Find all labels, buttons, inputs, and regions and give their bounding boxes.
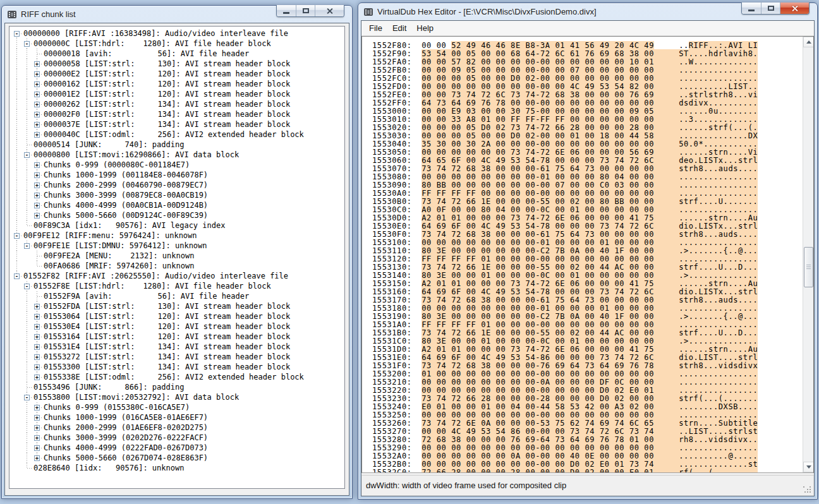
expand-plus-icon[interactable]: + (34, 364, 40, 370)
tree-row[interactable]: +00000058 [LIST:strl: 130]: AVI stream h… (12, 59, 343, 69)
maximize-button[interactable] (761, 3, 780, 14)
collapse-minus-icon[interactable]: - (24, 152, 30, 158)
collapse-minus-icon[interactable]: - (14, 31, 20, 37)
expand-plus-icon[interactable]: + (34, 334, 40, 340)
scroll-down-button[interactable] (803, 462, 814, 472)
collapse-minus-icon[interactable]: - (14, 273, 20, 279)
expand-plus-icon[interactable]: + (34, 162, 40, 168)
tree-row[interactable]: 00FA0686 [MRIF: 5974260]: unknown (12, 261, 343, 271)
tree-row[interactable]: +0000040C [LIST:odml: 256]: AVI2 extende… (12, 129, 343, 140)
resize-grip-icon[interactable] (803, 485, 811, 493)
tree-row[interactable]: +015531E4 [LIST:strl: 134]: AVI stream h… (12, 342, 343, 352)
collapse-minus-icon[interactable]: - (24, 395, 30, 400)
tree-row[interactable]: +0155338E [LIST:odml: 256]: AVI2 extende… (12, 372, 343, 382)
expand-plus-icon[interactable]: + (34, 71, 40, 77)
menu-help[interactable]: Help (411, 21, 439, 35)
right-titlebar[interactable]: VirtualDub Hex Editor - [E:\VCR\Misc\Div… (361, 3, 815, 20)
expand-plus-icon[interactable]: + (34, 425, 40, 431)
tree-row[interactable]: -01552F82 [RIFF:AVI :20625550]: Audio/vi… (12, 271, 343, 281)
expand-plus-icon[interactable]: + (34, 375, 40, 380)
minimize-button[interactable] (277, 5, 296, 16)
expand-plus-icon[interactable]: + (34, 61, 40, 67)
expand-plus-icon[interactable]: + (34, 415, 40, 421)
tree-row[interactable]: +000000E2 [LIST:strl: 120]: AVI stream h… (12, 69, 343, 79)
tree-row[interactable]: +000001E2 [LIST:strl: 120]: AVI stream h… (12, 89, 343, 99)
menu-edit[interactable]: Edit (387, 21, 411, 35)
scroll-up-button[interactable] (803, 37, 814, 47)
tree-row[interactable]: +Chunks 4000-4999 (0222FAD0-0267D073) (12, 443, 343, 453)
tree-row[interactable]: +Chunks 2000-2999 (00460790-00879EC7) (12, 180, 343, 190)
tree-row[interactable]: -0000000C [LIST:hdrl: 1280]: AVI file he… (12, 39, 343, 49)
expand-plus-icon[interactable]: + (34, 405, 40, 411)
tree-row[interactable]: 00F9FE2A [MENU: 2132]: unknown (12, 251, 343, 261)
tree-row[interactable]: +Chunks 1000-1999 (016CA5E8-01AE6EF7) (12, 412, 343, 423)
expand-plus-icon[interactable]: + (34, 203, 40, 208)
tree-row[interactable]: +00000162 [LIST:strl: 120]: AVI stream h… (12, 79, 343, 89)
vertical-scrollbar[interactable] (803, 37, 813, 472)
tree-row[interactable]: -00F9FE12 [RIFF:menu: 5976424]: unknown (12, 231, 343, 241)
expand-plus-icon[interactable]: + (34, 435, 40, 441)
expand-plus-icon[interactable]: + (34, 445, 40, 451)
tree-row[interactable]: +Chunks 5000-5660 (00D9124C-00F89C39) (12, 210, 343, 220)
tree-row[interactable]: 028E8640 [1idx: 90576]: unknown (12, 463, 343, 473)
tree-row[interactable]: +Chunks 5000-5660 (0267D074-028E863F) (12, 453, 343, 463)
scrollbar-thumb[interactable] (804, 247, 813, 287)
tree-row[interactable]: +Chunks 0-999 (0155380C-016CA5E7) (12, 402, 343, 412)
hex-row[interactable]: 15532C0: 72 66 28 00 00 00 28 00-00 00 D… (372, 469, 803, 472)
tree-row[interactable]: +01552FDA [LIST:strl: 130]: AVI stream h… (12, 301, 343, 311)
tree-row[interactable]: +Chunks 3000-3999 (00879EC8-00A0CB19) (12, 190, 343, 200)
collapse-minus-icon[interactable]: - (24, 243, 30, 249)
expand-plus-icon[interactable]: + (34, 213, 40, 219)
collapse-minus-icon[interactable]: - (14, 233, 20, 239)
tree-row[interactable]: +01553064 [LIST:strl: 120]: AVI stream h… (12, 311, 343, 321)
expand-plus-icon[interactable]: + (34, 193, 40, 198)
expand-plus-icon[interactable]: + (34, 92, 40, 97)
close-button[interactable] (780, 3, 809, 14)
tree-row[interactable]: 01552F9A [avih: 56]: AVI file header (12, 291, 343, 301)
tree-row[interactable]: +Chunks 0-999 (0000080C-001184E7) (12, 160, 343, 170)
left-titlebar[interactable]: RIFF chunk list (4, 6, 349, 23)
expand-plus-icon[interactable]: + (34, 102, 40, 107)
tree-row[interactable]: -01552F8E [LIST:hdrl: 1280]: AVI file he… (12, 281, 343, 291)
tree-row[interactable]: +01553164 [LIST:strl: 120]: AVI stream h… (12, 332, 343, 342)
maximize-button[interactable] (296, 5, 315, 16)
close-button[interactable] (315, 5, 344, 16)
tree-row[interactable]: +Chunks 1000-1999 (001184E8-0046078F) (12, 170, 343, 180)
tree-row[interactable]: -01553800 [LIST:movi:20532792]: AVI data… (12, 392, 343, 402)
tree-row[interactable]: +Chunks 4000-4999 (00A0CB1A-00D9124B) (12, 200, 343, 210)
tree-row[interactable]: +Chunks 3000-3999 (0202D276-0222FACF) (12, 433, 343, 443)
tree-row[interactable]: 00000018 [avih: 56]: AVI file header (12, 49, 343, 59)
minimize-button[interactable] (742, 3, 761, 14)
tree-row[interactable]: +01553272 [LIST:strl: 134]: AVI stream h… (12, 352, 343, 362)
tree-row[interactable]: 00F89C3A [idx1: 90576]: AVI legacy index (12, 220, 343, 231)
expand-plus-icon[interactable]: + (34, 122, 40, 128)
tree-row[interactable]: 00000514 [JUNK: 740]: padding (12, 140, 343, 150)
tree-row[interactable]: -00F9FE1E [LIST:DMNU: 5976412]: unknown (12, 241, 343, 251)
expand-plus-icon[interactable]: + (34, 183, 40, 188)
collapse-minus-icon[interactable]: - (24, 284, 30, 289)
tree-row[interactable]: 01553496 [JUNK: 866]: padding (12, 382, 343, 392)
expand-plus-icon[interactable]: + (34, 132, 40, 138)
expand-plus-icon[interactable]: + (34, 172, 40, 178)
collapse-minus-icon[interactable]: - (24, 41, 30, 47)
expand-plus-icon[interactable]: + (34, 304, 40, 309)
expand-plus-icon[interactable]: + (34, 314, 40, 320)
tree-row[interactable]: +000002F0 [LIST:strl: 134]: AVI stream h… (12, 109, 343, 119)
expand-plus-icon[interactable]: + (34, 354, 40, 360)
tree-row[interactable]: +0000037E [LIST:strl: 134]: AVI stream h… (12, 119, 343, 129)
expand-plus-icon[interactable]: + (34, 324, 40, 330)
tree-row[interactable]: +015530E4 [LIST:strl: 120]: AVI stream h… (12, 321, 343, 332)
expand-plus-icon[interactable]: + (34, 455, 40, 461)
tree-row[interactable]: -00000000 [RIFF:AVI :16383498]: Audio/vi… (12, 28, 343, 39)
tree-row[interactable]: +00000262 [LIST:strl: 134]: AVI stream h… (12, 99, 343, 109)
menu-file[interactable]: File (364, 21, 387, 35)
expand-plus-icon[interactable]: + (34, 344, 40, 350)
tree-row[interactable]: +Chunks 2000-2999 (01AE6EF8-0202D275) (12, 423, 343, 433)
expand-plus-icon[interactable]: + (34, 81, 40, 87)
expand-plus-icon[interactable]: + (34, 112, 40, 117)
riff-chunk-tree[interactable]: -00000000 [RIFF:AVI :16383498]: Audio/vi… (9, 26, 345, 489)
tree-row[interactable]: +01553300 [LIST:strl: 134]: AVI stream h… (12, 362, 343, 372)
hex-dump[interactable]: 1552F80: 00 00 52 49 46 46 8E B8-3A 01 4… (362, 37, 803, 472)
tree-row[interactable]: -00000800 [LIST:movi:16290866]: AVI data… (12, 150, 343, 160)
hex-panel[interactable]: 1552F80: 00 00 52 49 46 46 8E B8-3A 01 4… (361, 36, 814, 473)
